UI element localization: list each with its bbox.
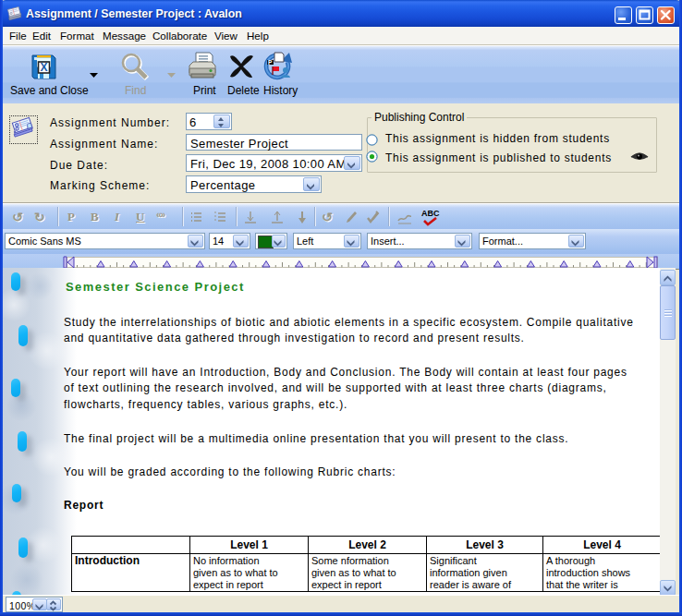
- svg-text:P: P: [268, 59, 273, 66]
- svg-text:X: X: [40, 61, 47, 74]
